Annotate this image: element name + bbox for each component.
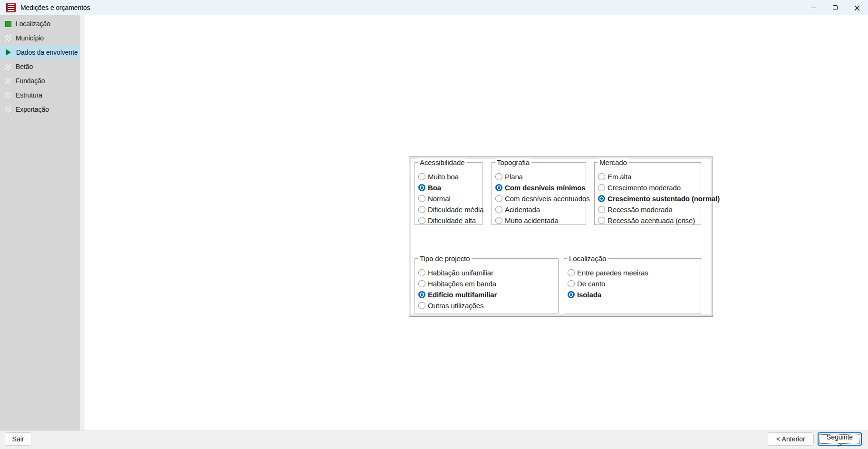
radio-unchecked-icon <box>418 302 425 309</box>
radio-option-label: Muito acidentada <box>505 216 559 224</box>
previous-button[interactable]: < Anterior <box>768 432 814 446</box>
radio-option-recessao-moderada[interactable]: Recessão moderada <box>598 204 701 215</box>
sidebar-item-dados-da-envolvente[interactable]: Dados da envolvente <box>0 46 80 59</box>
radio-unchecked-icon <box>598 206 605 213</box>
radio-unchecked-icon <box>495 206 502 213</box>
radio-option-de-canto[interactable]: De canto <box>568 278 701 289</box>
radio-option-list: Em altaCrescimento moderadoCrescimento s… <box>595 163 701 226</box>
sidebar-nav: LocalizaçãoMunicípioDados da envolventeB… <box>0 15 80 430</box>
radio-option-label: Recessão acentuada (crise) <box>608 216 695 224</box>
main-content: AcessibilidadeMuito boaBoaNormalDificuld… <box>85 15 868 430</box>
close-icon: × <box>853 3 861 12</box>
radio-option-label: Edifício multifamiliar <box>428 291 497 299</box>
radio-option-habitacao-unifamiliar[interactable]: Habitação unifamiliar <box>418 267 558 278</box>
radio-option-com-desniveis-acentuados[interactable]: Com desníveis acentuados <box>495 193 586 204</box>
radio-option-list: Muito boaBoaNormalDificuldade médiaDific… <box>415 163 482 226</box>
radio-unchecked-icon <box>418 217 425 224</box>
radio-option-dificuldade-media[interactable]: Dificuldade média <box>418 204 482 215</box>
maximize-icon <box>833 5 838 10</box>
radio-option-dificuldade-alta[interactable]: Dificuldade alta <box>418 215 482 226</box>
app-icon <box>6 3 16 12</box>
group-localizacao: LocalizaçãoEntre paredes meeirasDe canto… <box>564 258 701 313</box>
group-title: Topografia <box>495 158 531 166</box>
sidebar-item-betao[interactable]: Betão <box>0 60 80 73</box>
radio-unchecked-icon <box>418 195 425 202</box>
radio-checked-icon <box>418 184 425 191</box>
radio-option-label: Em alta <box>608 173 631 181</box>
minimize-icon <box>811 8 816 8</box>
next-button[interactable]: Seguinte > <box>818 432 862 446</box>
sidebar-gutter <box>80 15 85 430</box>
radio-unchecked-icon <box>418 206 425 213</box>
radio-option-normal[interactable]: Normal <box>418 193 482 204</box>
radio-unchecked-icon <box>568 269 575 276</box>
radio-option-label: De canto <box>577 280 605 288</box>
group-title: Localização <box>567 254 608 263</box>
app-icon-glyph <box>8 4 14 11</box>
radio-option-edificio-multifamiliar[interactable]: Edifício multifamiliar <box>418 289 558 300</box>
radio-unchecked-icon <box>598 173 605 180</box>
pending-step-icon <box>5 92 11 98</box>
radio-option-boa[interactable]: Boa <box>418 182 482 193</box>
radio-option-list: Entre paredes meeirasDe cantoIsolada <box>564 259 701 300</box>
sidebar-item-label: Estrutura <box>16 91 42 99</box>
radio-option-isolada[interactable]: Isolada <box>568 289 701 300</box>
radio-option-outras-utilizacoes[interactable]: Outras utilizações <box>418 300 558 311</box>
radio-option-label: Com desníveis acentuados <box>505 195 590 203</box>
group-topografia: TopografiaPlanaCom desníveis mínimosCom … <box>492 162 586 225</box>
completed-step-icon <box>5 21 11 27</box>
sidebar-item-label: Exportação <box>16 106 49 113</box>
radio-option-habitacoes-em-banda[interactable]: Habitações em banda <box>418 278 558 289</box>
radio-option-muito-boa[interactable]: Muito boa <box>418 171 482 182</box>
radio-option-label: Boa <box>428 184 441 192</box>
sidebar-item-fundacao[interactable]: Fundação <box>0 75 80 87</box>
pending-step-icon <box>5 78 11 84</box>
caption-buttons: × <box>802 0 868 15</box>
radio-option-label: Isolada <box>577 291 601 299</box>
sidebar-item-estrutura[interactable]: Estrutura <box>0 89 80 101</box>
sidebar-item-label: Fundação <box>16 77 45 85</box>
radio-option-list: Habitação unifamiliarHabitações em banda… <box>415 259 558 311</box>
radio-option-muito-acidentada[interactable]: Muito acidentada <box>495 215 586 226</box>
radio-unchecked-icon <box>495 217 502 224</box>
radio-option-crescimento-moderado[interactable]: Crescimento moderado <box>598 182 701 193</box>
radio-option-label: Com desníveis mínimos <box>505 184 586 192</box>
radio-unchecked-icon <box>568 280 575 287</box>
radio-option-crescimento-sustentado-normal[interactable]: Crescimento sustentado (normal) <box>598 193 701 204</box>
titlebar: Medições e orçamentos × <box>0 0 868 15</box>
close-button[interactable]: × <box>846 0 868 15</box>
pending-step-icon <box>5 35 11 41</box>
group-mercado: MercadoEm altaCrescimento moderadoCresci… <box>594 162 701 225</box>
footer-bar: Sair < Anterior Seguinte > <box>0 430 868 449</box>
sidebar-item-localizacao[interactable]: Localização <box>0 18 80 30</box>
group-acessibilidade: AcessibilidadeMuito boaBoaNormalDificuld… <box>415 162 482 225</box>
sidebar-item-exportacao[interactable]: Exportação <box>0 103 80 116</box>
sidebar-item-municipio[interactable]: Município <box>0 32 80 44</box>
radio-option-em-alta[interactable]: Em alta <box>598 171 701 182</box>
window-title: Medições e orçamentos <box>20 4 90 11</box>
radio-option-acidentada[interactable]: Acidentada <box>495 204 586 215</box>
radio-option-label: Outras utilizações <box>428 302 483 310</box>
current-step-arrow-icon <box>6 49 12 56</box>
radio-unchecked-icon <box>598 184 605 191</box>
sidebar-item-label: Localização <box>16 20 50 28</box>
radio-option-label: Dificuldade alta <box>428 216 476 224</box>
group-title: Mercado <box>598 158 629 166</box>
pending-step-icon <box>5 64 11 70</box>
radio-option-plana[interactable]: Plana <box>495 171 586 182</box>
radio-option-com-desniveis-minimos[interactable]: Com desníveis mínimos <box>495 182 586 193</box>
radio-option-label: Normal <box>428 195 451 203</box>
pending-step-icon <box>5 107 11 113</box>
group-title: Acessibilidade <box>418 158 467 166</box>
radio-option-label: Dificuldade média <box>428 205 484 214</box>
sidebar-item-label: Dados da envolvente <box>16 49 78 56</box>
maximize-button[interactable] <box>824 0 846 15</box>
radio-option-recessao-acentuada-crise[interactable]: Recessão acentuada (crise) <box>598 215 701 226</box>
radio-unchecked-icon <box>418 269 425 276</box>
radio-option-entre-paredes-meeiras[interactable]: Entre paredes meeiras <box>568 267 701 278</box>
exit-button[interactable]: Sair <box>5 432 31 446</box>
radio-option-label: Muito boa <box>428 173 459 181</box>
minimize-button[interactable] <box>802 0 824 15</box>
radio-option-label: Entre paredes meeiras <box>577 269 648 277</box>
radio-unchecked-icon <box>495 195 502 202</box>
